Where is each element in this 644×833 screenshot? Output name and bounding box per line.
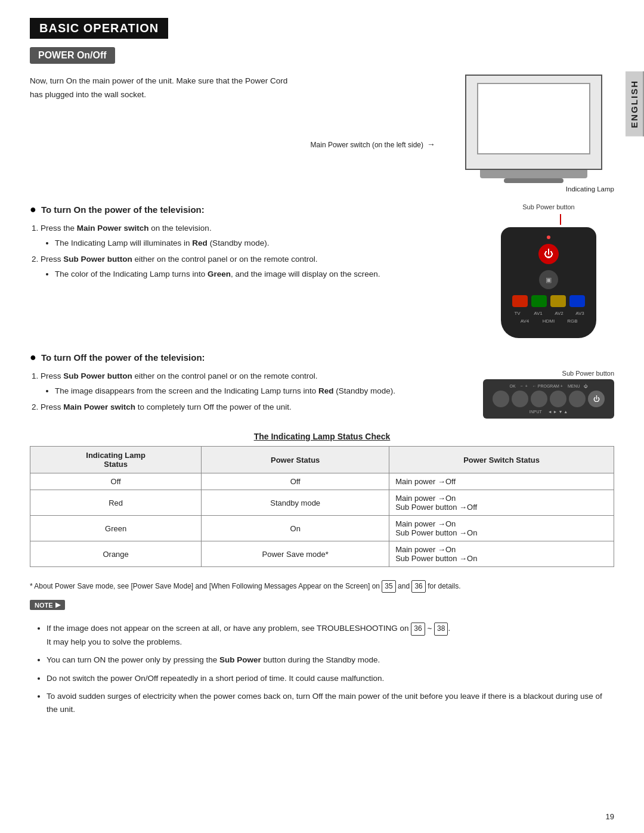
table-section: The Indicating Lamp Status Check Indicat… [30, 432, 614, 567]
note-page-to: 38 [434, 623, 448, 636]
label-tv: TV [508, 311, 527, 316]
table-row-orange: Orange Power Save mode* Main power →OnSu… [30, 541, 614, 567]
cp-btn-5 [569, 391, 586, 407]
col-header-switch: Power Switch Status [389, 447, 614, 473]
step2-bullet1: The color of the Indicating Lamp turns i… [55, 268, 471, 281]
power-status-standby: Standby mode [202, 490, 389, 516]
footnote-text2: and [398, 582, 411, 590]
note-page-from: 36 [411, 623, 425, 636]
step1-bullet1: The Indicating Lamp will illuminates in … [55, 237, 471, 250]
note-item-1: If the image does not appear on the scre… [47, 622, 614, 649]
notes-section: If the image does not appear on the scre… [30, 622, 614, 716]
remote-btn-red [512, 295, 528, 307]
remote-secondary-btn: ▣ [539, 270, 558, 289]
label-av2: AV2 [550, 311, 568, 316]
footnote-text1: * About Power Save mode, see [Power Save… [30, 582, 380, 590]
page-number: 19 [606, 812, 614, 821]
step1-bold: Main Power switch [77, 224, 149, 233]
tv-base [504, 178, 564, 183]
cp-menu-label: MENU [568, 384, 580, 388]
table-row-red: Red Standby mode Main power →OnSub Power… [30, 490, 614, 516]
col-header-power: Power Status [202, 447, 389, 473]
cp-btn-4 [550, 391, 566, 407]
cp-ok-label: OK [509, 384, 515, 388]
cp-nav-labels: ◄ ► ▼ ▲ [548, 410, 568, 414]
cp-btn-3 [531, 391, 547, 407]
sub-power-label-1: Sub Power button [483, 203, 614, 210]
note-text: NOTE [35, 602, 53, 609]
footnote-text3: for details. [428, 582, 460, 590]
step2-bold: Sub Power button [63, 255, 132, 264]
cp-plus-label: + [525, 384, 528, 388]
footnote-page1: 35 [382, 580, 395, 593]
turn-off-header: ● To turn Off the power of the televisio… [30, 351, 614, 364]
turn-on-section: ● To turn On the power of the television… [30, 203, 614, 338]
intro-line1: Now, turn On the main power of the unit.… [30, 75, 441, 88]
lamp-status-orange: Orange [30, 541, 202, 567]
lamp-status-green: Green [30, 516, 202, 541]
remote-power-button [538, 244, 559, 264]
note-item-2: You can turn ON the power only by pressi… [47, 654, 614, 667]
turn-off-text: Press Sub Power button either on the con… [30, 370, 471, 419]
intro-section: Now, turn On the main power of the unit.… [30, 75, 614, 193]
label-rgb: RGB [562, 318, 583, 324]
footnote-page2: 36 [411, 580, 425, 593]
cp-input-label: INPUT [530, 410, 542, 414]
arrow-right-icon: → [427, 138, 435, 152]
label-av1: AV1 [529, 311, 547, 316]
cp-minus-label: − [521, 384, 523, 388]
table-row-green: Green On Main power →OnSub Power button … [30, 516, 614, 541]
intro-text: Now, turn On the main power of the unit.… [30, 75, 441, 193]
label-hdmi: HDMI [538, 318, 559, 324]
table-title: The Indicating Lamp Status Check [30, 432, 614, 441]
tv-illustration [465, 75, 602, 170]
remote-source-labels: TV AV1 AV2 AV3 [508, 311, 589, 316]
page-sub-title: POWER On/Off [30, 47, 115, 64]
turn-off-content: Press Sub Power button either on the con… [30, 370, 614, 419]
turn-on-text: ● To turn On the power of the television… [30, 203, 471, 338]
main-power-label: Main Power switch (on the left side) [311, 139, 423, 151]
note-arrow-icon: ▶ [55, 601, 60, 609]
page-main-title: BASIC OPERATION [30, 18, 168, 39]
turn-on-steps: Press the Main Power switch on the telev… [30, 222, 471, 281]
remote-color-buttons [508, 295, 589, 307]
turn-on-header: ● To turn On the power of the television… [30, 203, 471, 216]
remote-control-area: Sub Power button ▣ TV AV1 AV2 AV3 AV4 H [483, 203, 614, 338]
control-panel-area: Sub Power button OK − + ← PROGRAM + MENU… [483, 370, 614, 419]
power-status-on: On [202, 516, 389, 541]
table-row-off: Off Off Main power →Off [30, 473, 614, 490]
cp-btn-2 [512, 391, 528, 407]
cp-power-btn: ⏻ [588, 391, 605, 407]
remote-btn-green [531, 295, 547, 307]
note-item-3: Do not switch the power On/Off repeatedl… [47, 672, 614, 685]
turn-off-step-2: Press Main Power switch to completely tu… [41, 401, 471, 414]
note-container: NOTE ▶ [30, 600, 614, 614]
off-step2-bold: Main Power switch [63, 402, 135, 411]
label-av4: AV4 [514, 318, 535, 324]
lamp-status-off: Off [30, 473, 202, 490]
turn-on-heading: To turn On the power of the television: [41, 205, 205, 215]
switch-status-green: Main power →OnSub Power button →On [389, 516, 614, 541]
intro-line2: has plugged into the wall socket. [30, 88, 441, 102]
turn-off-steps: Press Sub Power button either on the con… [30, 370, 471, 414]
step2-subbullets: The color of the Indicating Lamp turns i… [41, 268, 471, 281]
col-header-lamp: Indicating LampStatus [30, 447, 202, 473]
remote-btn-blue [569, 295, 585, 307]
power-status-off: Off [202, 473, 389, 490]
bullet-icon: ● [30, 203, 36, 216]
indicating-lamp-table: Indicating LampStatus Power Status Power… [30, 446, 614, 567]
remote-power-indicator [547, 236, 550, 239]
note-label: NOTE ▶ [30, 600, 65, 610]
remote-source-labels-2: AV4 HDMI RGB [508, 318, 589, 324]
tv-screen [477, 83, 590, 154]
footnote: * About Power Save mode, see [Power Save… [30, 580, 614, 593]
notes-list: If the image does not appear on the scre… [30, 622, 614, 716]
turn-off-heading: To turn Off the power of the television: [41, 352, 205, 363]
off-step1-bold: Sub Power button [63, 371, 132, 380]
power-status-save: Power Save mode* [202, 541, 389, 567]
remote-btn-yellow [550, 295, 566, 307]
control-panel-buttons: ⏻ [489, 391, 608, 407]
turn-off-section: ● To turn Off the power of the televisio… [30, 351, 614, 419]
remote-control: ▣ TV AV1 AV2 AV3 AV4 HDMI RGB [501, 227, 596, 338]
indicating-lamp-label: Indicating Lamp [566, 185, 614, 193]
